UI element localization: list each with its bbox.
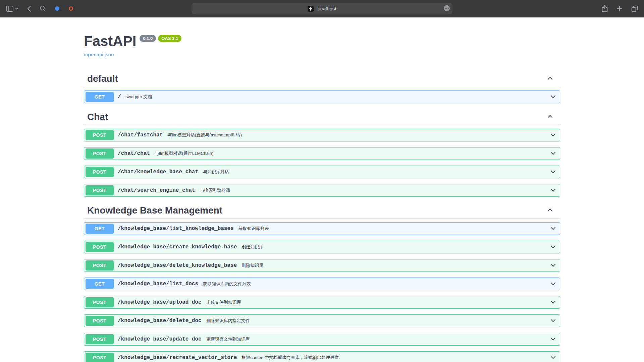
oas-badge[interactable]: OAS 3.1 — [158, 35, 181, 42]
toolbar-right-group — [602, 5, 638, 12]
expand-operation-button[interactable] — [550, 336, 556, 343]
sidebar-icon — [6, 6, 13, 12]
operation-row[interactable]: POST /knowledge_base/upload_doc 上传文件到知识库 — [84, 296, 560, 309]
toolbar-left-group — [6, 5, 73, 12]
chevron-down-icon — [550, 150, 556, 158]
address-bar[interactable]: localhost — [192, 3, 452, 14]
chevron-down-icon — [550, 262, 556, 269]
method-badge: POST — [86, 334, 114, 344]
operation-row[interactable]: GET / swagger 文档 — [84, 90, 560, 103]
pinned-tab-blue-button[interactable] — [55, 6, 60, 11]
chevron-down-icon — [15, 7, 18, 10]
operation-description: 与搜索引擎对话 — [200, 187, 230, 193]
method-badge: POST — [86, 297, 114, 307]
section-header[interactable]: default — [84, 71, 560, 87]
operation-description: 与llm模型对话(通过LLMChain) — [155, 150, 214, 157]
sidebar-toggle-button[interactable] — [6, 6, 18, 12]
expand-operation-button[interactable] — [550, 131, 556, 139]
expand-operation-button[interactable] — [550, 262, 556, 269]
section-operations: POST /chat/fastchat 与llm模型对话(直接与fastchat… — [84, 129, 560, 197]
operation-path: /knowledge_base/delete_doc — [118, 318, 202, 324]
method-badge: POST — [86, 260, 114, 270]
section-operations: GET / swagger 文档 — [84, 90, 560, 103]
chevron-down-icon — [550, 336, 556, 343]
chevron-left-icon — [27, 6, 31, 12]
method-badge: GET — [86, 279, 114, 289]
operation-row[interactable]: POST /knowledge_base/delete_knowledge_ba… — [84, 259, 560, 272]
chevron-down-icon — [550, 317, 556, 325]
new-tab-button[interactable] — [616, 6, 623, 12]
expand-operation-button[interactable] — [550, 187, 556, 194]
operation-path: /knowledge_base/list_knowledge_bases — [118, 226, 234, 232]
page-title: FastAPI — [84, 32, 136, 50]
chevron-up-icon — [547, 75, 553, 83]
operation-row[interactable]: POST /knowledge_base/recreate_vector_sto… — [84, 351, 560, 362]
search-icon — [40, 5, 46, 12]
operation-description: 获取知识库列表 — [238, 226, 269, 232]
tab-overview-button[interactable] — [631, 5, 638, 12]
operation-row[interactable]: POST /chat/search_engine_chat 与搜索引擎对话 — [84, 184, 560, 197]
operation-path: /knowledge_base/create_knowledge_base — [118, 244, 237, 250]
operation-path: /knowledge_base/delete_knowledge_base — [118, 262, 237, 268]
operation-row[interactable]: POST /chat/chat 与llm模型对话(通过LLMChain) — [84, 147, 560, 160]
api-info: FastAPI 0.1.0 OAS 3.1 /openapi.json — [84, 17, 560, 71]
site-favicon-bolt-icon — [308, 6, 314, 12]
collapse-section-button[interactable] — [547, 75, 553, 83]
chevron-up-icon — [547, 113, 553, 121]
search-button[interactable] — [40, 5, 46, 12]
operation-path: /chat/fastchat — [118, 132, 163, 138]
operation-description: 根据content中文档重建向量库，流式输出处理进度。 — [241, 355, 343, 361]
chevron-down-icon — [550, 225, 556, 233]
section-header[interactable]: Knowledge Base Management — [84, 202, 560, 219]
chevron-down-icon — [550, 299, 556, 306]
operation-row[interactable]: POST /chat/knowledge_base_chat 与知识库对话 — [84, 166, 560, 178]
chevron-down-icon — [550, 243, 556, 251]
chevron-down-icon — [550, 131, 556, 139]
operation-row[interactable]: POST /chat/fastchat 与llm模型对话(直接与fastchat… — [84, 129, 560, 141]
share-button[interactable] — [602, 5, 608, 12]
expand-operation-button[interactable] — [550, 243, 556, 251]
back-button[interactable] — [27, 6, 31, 12]
chevron-down-icon — [550, 168, 556, 176]
expand-operation-button[interactable] — [550, 93, 556, 101]
operation-path: / — [118, 94, 121, 100]
expand-operation-button[interactable] — [550, 299, 556, 306]
expand-operation-button[interactable] — [550, 317, 556, 325]
operation-description: 上传文件到知识库 — [206, 299, 241, 305]
chevron-up-icon — [547, 207, 553, 215]
expand-operation-button[interactable] — [550, 354, 556, 362]
chevron-down-icon — [550, 187, 556, 194]
section-header[interactable]: Chat — [84, 109, 560, 125]
api-section: Knowledge Base Management GET /knowledge… — [84, 202, 560, 362]
collapse-section-button[interactable] — [547, 207, 553, 215]
address-bar-url: localhost — [316, 6, 336, 11]
expand-operation-button[interactable] — [550, 168, 556, 176]
operation-row[interactable]: POST /knowledge_base/delete_doc 删除知识库内指定… — [84, 314, 560, 327]
share-icon — [602, 5, 608, 12]
chevron-down-icon — [550, 280, 556, 288]
operation-description: 获取知识库内的文件列表 — [203, 281, 251, 287]
operation-path: /knowledge_base/recreate_vector_store — [118, 355, 237, 361]
operation-row[interactable]: GET /knowledge_base/list_knowledge_bases… — [84, 222, 560, 235]
operation-description: 删除知识库 — [241, 262, 263, 268]
section-title: Knowledge Base Management — [87, 205, 222, 216]
operation-row[interactable]: POST /knowledge_base/create_knowledge_ba… — [84, 241, 560, 253]
page-settings-button[interactable] — [443, 5, 450, 12]
method-badge: GET — [86, 92, 114, 102]
pinned-tab-orange-icon — [68, 6, 73, 11]
method-badge: POST — [86, 185, 114, 195]
section-title: default — [87, 73, 118, 84]
method-badge: POST — [86, 353, 114, 362]
browser-toolbar: localhost — [0, 0, 644, 17]
operation-row[interactable]: GET /knowledge_base/list_docs 获取知识库内的文件列… — [84, 278, 560, 290]
operation-path: /chat/chat — [118, 150, 150, 157]
operation-row[interactable]: POST /knowledge_base/update_doc 更新现有文件到知… — [84, 333, 560, 346]
expand-operation-button[interactable] — [550, 150, 556, 158]
openapi-spec-link[interactable]: /openapi.json — [84, 51, 114, 58]
operation-path: /knowledge_base/upload_doc — [118, 299, 202, 305]
expand-operation-button[interactable] — [550, 225, 556, 233]
operation-path: /knowledge_base/list_docs — [118, 281, 198, 287]
pinned-tab-orange-button[interactable] — [68, 6, 73, 11]
expand-operation-button[interactable] — [550, 280, 556, 288]
collapse-section-button[interactable] — [547, 113, 553, 121]
